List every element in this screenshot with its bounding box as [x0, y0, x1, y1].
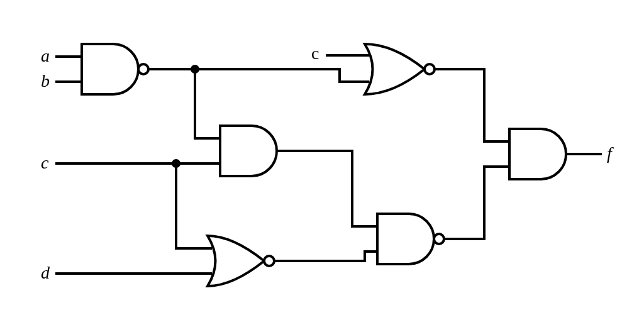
label-c2: c	[311, 43, 319, 63]
nand-gate-g1	[82, 44, 138, 94]
label-f: f	[607, 143, 614, 163]
label-c: c	[41, 153, 49, 172]
and-gate-g2	[220, 126, 277, 176]
nand-gate-g5	[377, 214, 434, 264]
svg-point-23	[425, 64, 435, 74]
and-gate-g6	[509, 129, 566, 179]
svg-point-27	[434, 234, 444, 244]
label-b: b	[41, 71, 50, 91]
nor-gate-g3	[208, 236, 264, 286]
svg-point-2	[138, 64, 148, 74]
nor-gate-g4	[365, 44, 425, 94]
svg-point-19	[264, 256, 274, 266]
label-d: d	[41, 263, 50, 282]
label-a: a	[41, 46, 50, 65]
